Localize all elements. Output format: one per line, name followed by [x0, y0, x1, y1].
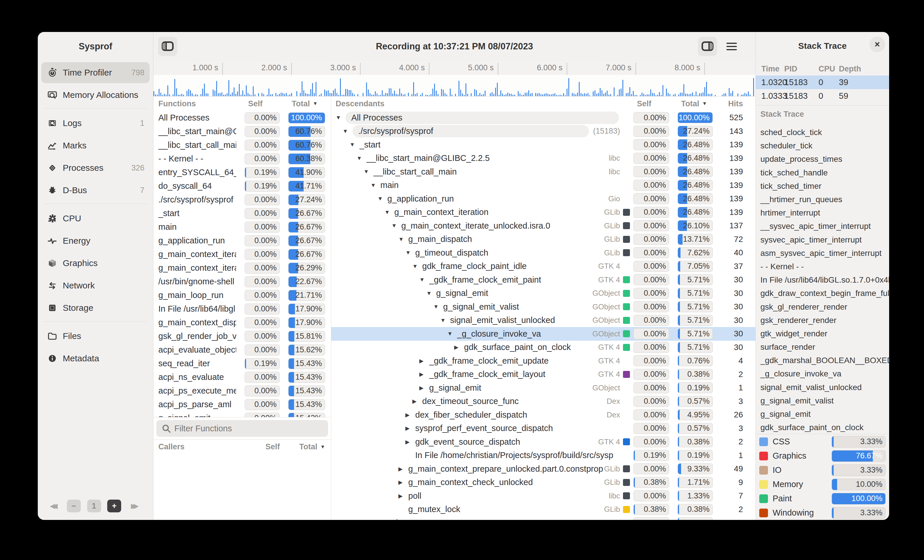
- descendant-row[interactable]: ▼__libc_start_call_mainlibc0.00%26.48%13…: [331, 165, 756, 179]
- chevron-expanded-icon[interactable]: ▼: [350, 141, 359, 148]
- function-row[interactable]: g_main_context_itera0.00%26.29%: [153, 261, 331, 275]
- descendant-row[interactable]: ▼g_main_context_iterationGLib0.00%26.48%…: [331, 206, 756, 219]
- zoom-in-button[interactable]: +: [107, 500, 121, 512]
- function-row[interactable]: acpi_ps_parse_aml0.00%15.43%: [153, 398, 331, 411]
- column-self[interactable]: Self: [633, 99, 669, 108]
- function-row[interactable]: In File /usr/lib64/libgl0.00%17.90%: [153, 302, 331, 316]
- sidebar-item-metadata[interactable]: Metadata: [41, 348, 150, 369]
- zoom-level-button[interactable]: 1: [87, 500, 101, 512]
- main-menu-button[interactable]: [722, 37, 741, 56]
- descendant-row[interactable]: ▶dex_timeout_source_funcDex0.00%0.57%3: [331, 395, 756, 409]
- descendant-row[interactable]: ▶g_signal_emitGObject0.00%0.19%1: [331, 381, 756, 395]
- chevron-collapsed-icon[interactable]: ▶: [398, 466, 408, 472]
- chevron-expanded-icon[interactable]: ▼: [370, 182, 380, 189]
- descendant-row[interactable]: ▼g_application_runGio0.00%26.48%139: [331, 192, 756, 206]
- stack-frame-row[interactable]: signal_emit_valist_unlocked: [756, 381, 889, 394]
- descendant-row[interactable]: In File /home/christian/Projects/sysprof…: [331, 449, 756, 463]
- descendant-row[interactable]: ▼_start0.00%26.48%139: [331, 138, 756, 151]
- chevron-expanded-icon[interactable]: ▼: [343, 128, 352, 135]
- chevron-collapsed-icon[interactable]: ▶: [398, 479, 408, 486]
- sidebar-item-storage[interactable]: Storage: [41, 297, 150, 318]
- chevron-expanded-icon[interactable]: ▼: [384, 209, 394, 216]
- chevron-expanded-icon[interactable]: ▼: [426, 290, 436, 296]
- sidebar-item-graphics[interactable]: Graphics: [41, 253, 150, 274]
- column-descendants[interactable]: Descendants: [336, 99, 633, 108]
- stack-frame-row[interactable]: gsk_gl_renderer_render: [756, 300, 889, 313]
- stack-frame-row[interactable]: tick_sched_timer: [756, 180, 889, 193]
- chevron-expanded-icon[interactable]: ▼: [412, 263, 422, 270]
- column-total[interactable]: Total▼: [288, 442, 325, 451]
- descendant-row[interactable]: ▼g_signal_emit_valistGObject0.00%5.71%30: [331, 300, 756, 314]
- function-row[interactable]: g_main_context_itera0.00%26.67%: [153, 247, 331, 261]
- function-row[interactable]: __libc_start_call_mai0.00%60.76%: [153, 138, 331, 152]
- sidebar-item-marks[interactable]: Marks: [41, 135, 150, 156]
- descendant-row[interactable]: ▶g_main_context_prepare_unlocked.part.0.…: [331, 462, 756, 476]
- stack-frame-row[interactable]: surface_render: [756, 340, 889, 354]
- function-row[interactable]: acpi_evaluate_object0.00%15.62%: [153, 343, 331, 357]
- stack-frame-row[interactable]: gtk_widget_render: [756, 327, 889, 340]
- function-row[interactable]: g_main_loop_run0.00%21.71%: [153, 288, 331, 302]
- column-self[interactable]: Self: [244, 99, 280, 108]
- chevron-expanded-icon[interactable]: ▼: [398, 236, 408, 243]
- chevron-expanded-icon[interactable]: ▼: [405, 250, 415, 256]
- function-row[interactable]: All Processes0.00%100.00%: [153, 111, 331, 124]
- chevron-expanded-icon[interactable]: ▼: [363, 168, 374, 175]
- stack-frame-row[interactable]: - - Kernel - -: [756, 260, 889, 273]
- descendant-row[interactable]: ▶gdk_event_source_dispatchGTK 40.00%0.38…: [331, 435, 756, 449]
- descendant-row[interactable]: ▶polllibc0.00%1.33%7: [331, 489, 756, 503]
- sidebar-item-cpu[interactable]: CPU: [41, 208, 150, 229]
- chevron-collapsed-icon[interactable]: ▶: [350, 520, 359, 520]
- function-row[interactable]: g_signal_emit0.00%15.43%: [153, 411, 331, 417]
- function-row[interactable]: ./src/sysprof/sysprof0.00%27.24%: [153, 193, 331, 207]
- chevron-expanded-icon[interactable]: ▼: [447, 331, 457, 337]
- descendant-row[interactable]: ▶__GI___clone3libc0.00%0.38%2: [331, 516, 756, 520]
- stack-frame-row[interactable]: asm_sysvec_apic_timer_interrupt: [756, 247, 889, 260]
- descendant-row[interactable]: ▼gdk_frame_clock_paint_idleGTK 40.00%7.0…: [331, 260, 756, 273]
- descendant-row[interactable]: ▼signal_emit_valist_unlockedGObject0.00%…: [331, 314, 756, 327]
- sample-row[interactable]: 1.032015183039: [756, 75, 889, 89]
- column-functions[interactable]: Functions: [158, 99, 236, 108]
- timeline-waveform[interactable]: [153, 75, 756, 96]
- chevron-collapsed-icon[interactable]: ▶: [405, 439, 415, 445]
- chevron-expanded-icon[interactable]: ▼: [357, 155, 366, 162]
- chevron-expanded-icon[interactable]: ▼: [419, 277, 429, 283]
- chevron-collapsed-icon[interactable]: ▶: [412, 398, 422, 404]
- close-panel-button[interactable]: ×: [869, 37, 885, 52]
- descendant-row[interactable]: ▼_g_closure_invoke_vaGObject0.00%5.71%30: [331, 327, 756, 341]
- sidebar-item-time-profiler[interactable]: Time Profiler798: [41, 62, 150, 83]
- sidebar-item-d-bus[interactable]: D-Bus7: [41, 180, 150, 201]
- chevron-expanded-icon[interactable]: ▼: [378, 196, 387, 202]
- sample-row[interactable]: 1.033315183059: [756, 89, 889, 103]
- function-row[interactable]: entry_SYSCALL_64_a0.19%41.90%: [153, 166, 331, 179]
- column-self[interactable]: Self: [244, 442, 280, 451]
- stack-frame-row[interactable]: __hrtimer_run_queues: [756, 193, 889, 206]
- stack-frame-row[interactable]: gsk_renderer_render: [756, 314, 889, 327]
- chevron-expanded-icon[interactable]: ▼: [392, 223, 401, 229]
- stack-frame-row[interactable]: g_signal_emit_valist: [756, 394, 889, 407]
- stack-frame-row[interactable]: In File /usr/lib64/libGL.so.1.7.0+0x4b: [756, 273, 889, 287]
- rewind-button[interactable]: ◀◀: [46, 500, 60, 512]
- function-row[interactable]: acpi_ps_execute_met0.00%15.43%: [153, 384, 331, 398]
- descendant-row[interactable]: ▶_gdk_frame_clock_emit_layoutGTK 40.00%0…: [331, 368, 756, 381]
- chevron-collapsed-icon[interactable]: ▶: [398, 493, 408, 499]
- chevron-expanded-icon[interactable]: ▼: [433, 304, 443, 310]
- chevron-expanded-icon[interactable]: ▼: [440, 317, 450, 323]
- descendant-row[interactable]: ▼g_main_context_iterate_unlocked.isra.0G…: [331, 219, 756, 233]
- stack-frame-row[interactable]: g_signal_emit: [756, 407, 889, 421]
- sidebar-item-processes[interactable]: Processes326: [41, 157, 150, 178]
- chevron-collapsed-icon[interactable]: ▶: [405, 425, 415, 431]
- timeline-ruler[interactable]: 1.000 s2.000 s3.000 s4.000 s5.000 s6.000…: [153, 61, 756, 75]
- function-row[interactable]: g_main_context_disp0.00%17.90%: [153, 316, 331, 329]
- toggle-sidebar-button[interactable]: [158, 37, 177, 56]
- function-row[interactable]: _start0.00%26.67%: [153, 207, 331, 220]
- descendant-row[interactable]: g_mutex_lockGLib0.38%0.38%2: [331, 503, 756, 517]
- descendant-row[interactable]: ▼./src/sysprof/sysprof(15183)0.00%27.24%…: [331, 124, 756, 138]
- sidebar-item-energy[interactable]: Energy: [41, 230, 150, 251]
- fast-forward-button[interactable]: ▶▶: [128, 500, 141, 512]
- function-row[interactable]: main0.00%26.67%: [153, 220, 331, 234]
- column-hits[interactable]: Hits: [718, 99, 743, 108]
- sidebar-item-files[interactable]: Files: [41, 326, 150, 346]
- stack-frame-row[interactable]: tick_sched_handle: [756, 166, 889, 180]
- chevron-expanded-icon[interactable]: ▼: [336, 114, 345, 121]
- sidebar-item-network[interactable]: Network: [41, 275, 150, 296]
